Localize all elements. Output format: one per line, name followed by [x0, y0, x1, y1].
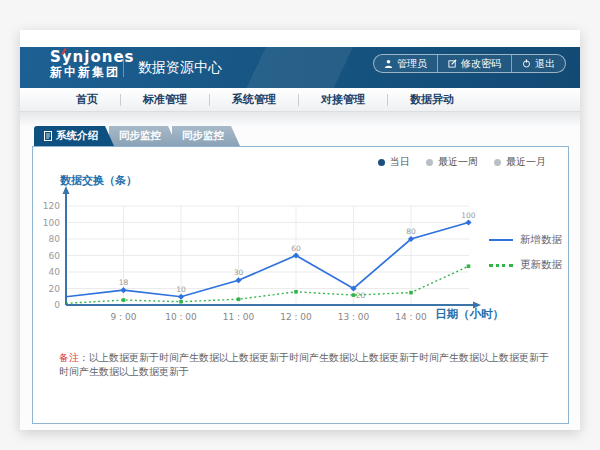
svg-text:13 : 00: 13 : 00 — [338, 312, 370, 322]
nav-item-system-mgmt[interactable]: 系统管理 — [210, 92, 298, 107]
svg-text:80: 80 — [406, 227, 416, 236]
brand-logo-cn: 新中新集团 — [50, 66, 135, 79]
user-menu[interactable]: 管理员 — [374, 55, 437, 72]
chart-x-axis-title: 日期（小时） — [435, 307, 504, 322]
logout-label: 退出 — [535, 57, 555, 71]
logout-button[interactable]: 退出 — [511, 55, 565, 72]
svg-text:14 : 00: 14 : 00 — [395, 312, 427, 322]
brand-logo: Synjones 新中新集团 — [50, 50, 135, 78]
radio-selected-icon — [378, 159, 385, 166]
filter-last-week[interactable]: 最近一周 — [426, 155, 478, 169]
nav-shadow — [20, 112, 580, 126]
tab-bar: 系统介绍 同步监控 同步监控 — [34, 126, 240, 146]
app-window: Synjones 新中新集团 数据资源中心 管理员 修改密码 退出 — [20, 30, 580, 430]
svg-text:100: 100 — [461, 211, 476, 220]
tab-label: 系统介绍 — [56, 129, 98, 143]
tab-label: 同步监控 — [119, 129, 161, 143]
tab-label: 同步监控 — [182, 129, 224, 143]
svg-text:100: 100 — [43, 218, 60, 228]
tab-sync-monitor-1[interactable]: 同步监控 — [109, 126, 177, 146]
nav-item-integration-mgmt[interactable]: 对接管理 — [299, 92, 387, 107]
footnote-text: ：以上数据更新于时间产生数据以上数据更新于时间产生数据以上数据更新于时间产生数据… — [59, 352, 549, 377]
legend-label: 更新数据 — [520, 258, 562, 272]
window-top-strip — [20, 30, 580, 47]
legend-line-solid — [489, 239, 513, 241]
footnote-label: 备注 — [59, 352, 79, 363]
svg-text:80: 80 — [49, 234, 61, 244]
svg-text:20: 20 — [49, 284, 61, 294]
svg-text:0: 0 — [54, 300, 60, 310]
filter-label: 当日 — [390, 155, 410, 169]
svg-text:60: 60 — [49, 251, 61, 261]
chart-legend: 新增数据 更新数据 — [489, 233, 562, 272]
change-password-button[interactable]: 修改密码 — [437, 55, 511, 72]
svg-text:40: 40 — [49, 267, 61, 277]
legend-item-update-data: 更新数据 — [489, 258, 562, 272]
page-title: 数据资源中心 — [123, 58, 222, 77]
nav-item-standard-mgmt[interactable]: 标准管理 — [121, 92, 209, 107]
change-password-label: 修改密码 — [461, 57, 501, 71]
radio-icon — [426, 159, 433, 166]
filter-today[interactable]: 当日 — [378, 155, 410, 169]
svg-text:12 : 00: 12 : 00 — [280, 312, 312, 322]
legend-item-new-data: 新增数据 — [489, 233, 562, 247]
main-nav: 首页 标准管理 系统管理 对接管理 数据异动 — [20, 88, 580, 112]
content-panel: 当日 最近一周 最近一月 数据交换（条） 0204060801001209 : … — [32, 146, 569, 424]
filter-label: 最近一月 — [506, 155, 546, 169]
nav-item-data-change[interactable]: 数据异动 — [388, 92, 476, 107]
svg-text:120: 120 — [43, 201, 60, 211]
document-icon — [44, 131, 52, 141]
svg-text:18: 18 — [119, 278, 129, 287]
svg-text:11 : 00: 11 : 00 — [223, 312, 255, 322]
time-range-filter: 当日 最近一周 最近一月 — [378, 155, 546, 169]
edit-icon — [448, 59, 457, 68]
radio-icon — [494, 159, 501, 166]
svg-text:10: 10 — [176, 285, 186, 294]
filter-label: 最近一周 — [438, 155, 478, 169]
nav-item-home[interactable]: 首页 — [54, 92, 120, 107]
power-icon — [522, 59, 531, 68]
filter-last-month[interactable]: 最近一月 — [494, 155, 546, 169]
footnote: 备注：以上数据更新于时间产生数据以上数据更新于时间产生数据以上数据更新于时间产生… — [59, 351, 554, 379]
tab-system-intro[interactable]: 系统介绍 — [34, 126, 114, 146]
legend-line-dotted — [489, 264, 513, 267]
svg-text:60: 60 — [291, 244, 301, 253]
user-toolbar: 管理员 修改密码 退出 — [373, 54, 566, 73]
user-icon — [384, 59, 393, 68]
legend-label: 新增数据 — [520, 233, 562, 247]
app-header: Synjones 新中新集团 数据资源中心 管理员 修改密码 退出 — [20, 47, 580, 88]
user-name: 管理员 — [397, 57, 427, 71]
brand-logo-en: Synjones — [50, 50, 135, 66]
svg-text:30: 30 — [234, 268, 244, 277]
tab-sync-monitor-2[interactable]: 同步监控 — [172, 126, 240, 146]
svg-text:10 : 00: 10 : 00 — [165, 312, 197, 322]
svg-text:9 : 00: 9 : 00 — [111, 312, 137, 322]
